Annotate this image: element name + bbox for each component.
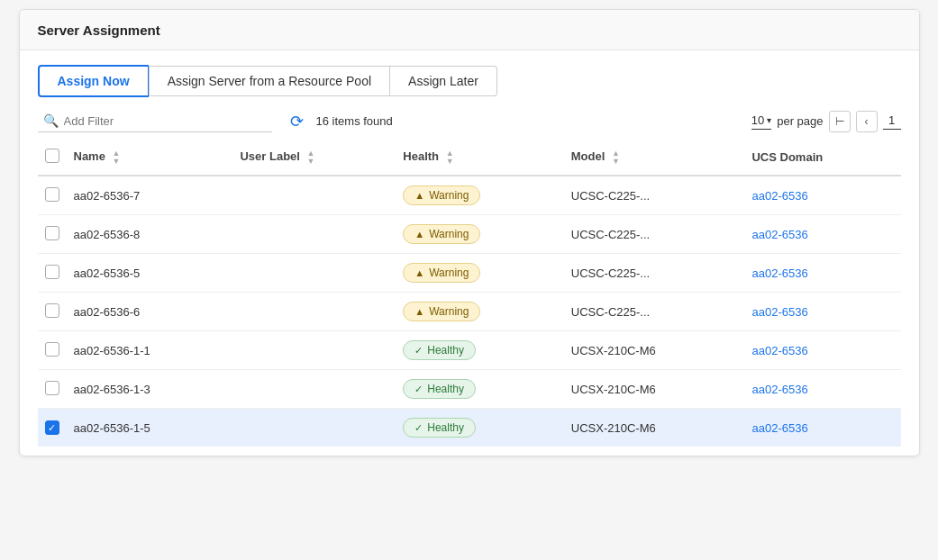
tab-assign-now[interactable]: Assign Now bbox=[38, 65, 149, 97]
healthy-icon: ✓ bbox=[414, 422, 423, 434]
panel-title: Server Assignment bbox=[38, 23, 160, 38]
row-model: UCSC-C225-... bbox=[564, 293, 745, 331]
tab-assign-pool[interactable]: Assign Server from a Resource Pool bbox=[149, 66, 390, 96]
row-ucs-domain[interactable]: aa02-6536 bbox=[744, 176, 900, 215]
row-checkbox[interactable]: ✓ bbox=[45, 420, 59, 435]
row-checkbox-cell[interactable] bbox=[38, 331, 67, 370]
select-all-cell[interactable] bbox=[38, 140, 67, 176]
health-label: Healthy bbox=[427, 383, 464, 395]
row-model: UCSX-210C-M6 bbox=[564, 370, 745, 409]
row-model: UCSX-210C-M6 bbox=[564, 409, 745, 447]
col-health-sort: ▲▼ bbox=[446, 149, 454, 166]
row-checkbox-cell[interactable] bbox=[38, 293, 67, 331]
filter-box[interactable]: 🔍 bbox=[38, 110, 272, 132]
toolbar: 🔍 ⟳ 16 items found 10 ▾ per page ⊢ ‹ 1 bbox=[20, 97, 919, 140]
row-name: aa02-6536-6 bbox=[67, 293, 233, 331]
col-ucs-domain: UCS Domain bbox=[744, 140, 900, 176]
table-header-row: Name ▲▼ User Label ▲▼ Health ▲▼ Model ▲▼ bbox=[38, 140, 901, 176]
health-label: Warning bbox=[429, 189, 469, 202]
row-ucs-domain[interactable]: aa02-6536 bbox=[744, 215, 900, 254]
col-name-sort: ▲▼ bbox=[113, 149, 121, 166]
row-health: ▲Warning bbox=[396, 254, 564, 293]
table-body: aa02-6536-7▲WarningUCSC-C225-...aa02-653… bbox=[38, 176, 901, 447]
health-label: Warning bbox=[429, 228, 469, 240]
row-model: UCSC-C225-... bbox=[564, 254, 745, 293]
row-name: aa02-6536-8 bbox=[67, 215, 233, 254]
filter-input[interactable] bbox=[64, 114, 267, 128]
ucs-domain-link[interactable]: aa02-6536 bbox=[751, 305, 807, 319]
health-badge: ✓Healthy bbox=[403, 418, 476, 438]
ucs-domain-link[interactable]: aa02-6536 bbox=[751, 421, 807, 435]
row-user-label bbox=[232, 370, 396, 409]
refresh-icon[interactable]: ⟳ bbox=[290, 112, 304, 131]
row-ucs-domain[interactable]: aa02-6536 bbox=[744, 254, 900, 293]
row-checkbox[interactable] bbox=[45, 226, 59, 240]
table-row[interactable]: aa02-6536-6▲WarningUCSC-C225-...aa02-653… bbox=[38, 293, 901, 331]
row-name: aa02-6536-5 bbox=[67, 254, 233, 293]
table-row[interactable]: aa02-6536-1-1✓HealthyUCSX-210C-M6aa02-65… bbox=[38, 331, 901, 370]
row-name: aa02-6536-1-1 bbox=[67, 331, 233, 370]
row-checkbox-cell[interactable]: ✓ bbox=[38, 409, 67, 447]
col-model-label: Model bbox=[571, 149, 606, 163]
health-label: Warning bbox=[429, 266, 469, 279]
row-checkbox[interactable] bbox=[45, 303, 59, 318]
row-user-label bbox=[232, 215, 396, 254]
row-model: UCSC-C225-... bbox=[564, 176, 745, 215]
row-checkbox[interactable] bbox=[45, 342, 59, 357]
row-name: aa02-6536-1-5 bbox=[67, 409, 233, 447]
row-model: UCSC-C225-... bbox=[564, 215, 745, 254]
table-row[interactable]: aa02-6536-5▲WarningUCSC-C225-...aa02-653… bbox=[38, 254, 901, 293]
row-checkbox-cell[interactable] bbox=[38, 176, 67, 215]
row-ucs-domain[interactable]: aa02-6536 bbox=[744, 370, 900, 409]
per-page-select[interactable]: 10 ▾ bbox=[751, 113, 771, 130]
row-ucs-domain[interactable]: aa02-6536 bbox=[744, 409, 900, 447]
tabs-row: Assign Now Assign Server from a Resource… bbox=[20, 50, 919, 97]
ucs-domain-link[interactable]: aa02-6536 bbox=[751, 228, 807, 241]
row-health: ✓Healthy bbox=[396, 331, 564, 370]
row-ucs-domain[interactable]: aa02-6536 bbox=[744, 293, 900, 331]
ucs-domain-link[interactable]: aa02-6536 bbox=[751, 344, 807, 357]
health-badge: ✓Healthy bbox=[403, 379, 476, 399]
col-name[interactable]: Name ▲▼ bbox=[67, 140, 233, 176]
health-label: Warning bbox=[429, 305, 469, 318]
table-row[interactable]: ✓aa02-6536-1-5✓HealthyUCSX-210C-M6aa02-6… bbox=[38, 409, 901, 447]
panel-header: Server Assignment bbox=[20, 10, 919, 50]
health-badge: ▲Warning bbox=[403, 263, 480, 283]
health-badge: ▲Warning bbox=[403, 185, 480, 205]
col-user-label-text: User Label bbox=[240, 149, 299, 163]
row-checkbox[interactable] bbox=[45, 381, 59, 395]
table-row[interactable]: aa02-6536-1-3✓HealthyUCSX-210C-M6aa02-65… bbox=[38, 370, 901, 409]
healthy-icon: ✓ bbox=[414, 345, 423, 357]
health-badge: ✓Healthy bbox=[403, 340, 476, 360]
col-model[interactable]: Model ▲▼ bbox=[564, 140, 745, 176]
healthy-icon: ✓ bbox=[414, 384, 423, 395]
warning-icon: ▲ bbox=[414, 267, 424, 278]
row-user-label bbox=[232, 331, 396, 370]
ucs-domain-link[interactable]: aa02-6536 bbox=[751, 266, 807, 280]
row-checkbox-cell[interactable] bbox=[38, 370, 67, 409]
row-checkbox-cell[interactable] bbox=[38, 254, 67, 293]
prev-page-button[interactable]: ‹ bbox=[856, 111, 878, 132]
health-badge: ▲Warning bbox=[403, 224, 480, 244]
health-label: Healthy bbox=[427, 421, 464, 434]
ucs-domain-link[interactable]: aa02-6536 bbox=[751, 383, 807, 396]
col-health[interactable]: Health ▲▼ bbox=[396, 140, 564, 176]
page-number[interactable]: 1 bbox=[883, 113, 901, 130]
table-row[interactable]: aa02-6536-8▲WarningUCSC-C225-...aa02-653… bbox=[38, 215, 901, 254]
row-checkbox[interactable] bbox=[45, 187, 59, 202]
row-checkbox[interactable] bbox=[45, 265, 59, 279]
row-ucs-domain[interactable]: aa02-6536 bbox=[744, 331, 900, 370]
table-row[interactable]: aa02-6536-7▲WarningUCSC-C225-...aa02-653… bbox=[38, 176, 901, 215]
col-ucs-domain-label: UCS Domain bbox=[751, 150, 823, 164]
col-model-sort: ▲▼ bbox=[612, 149, 620, 166]
select-all-checkbox[interactable] bbox=[45, 149, 59, 163]
col-user-label[interactable]: User Label ▲▼ bbox=[232, 140, 396, 176]
row-user-label bbox=[232, 409, 396, 447]
ucs-domain-link[interactable]: aa02-6536 bbox=[751, 189, 807, 203]
row-health: ▲Warning bbox=[396, 176, 564, 215]
tab-assign-later[interactable]: Assign Later bbox=[390, 66, 497, 96]
warning-icon: ▲ bbox=[414, 229, 424, 239]
col-health-label: Health bbox=[403, 149, 439, 163]
first-page-button[interactable]: ⊢ bbox=[829, 111, 851, 132]
row-checkbox-cell[interactable] bbox=[38, 215, 67, 254]
